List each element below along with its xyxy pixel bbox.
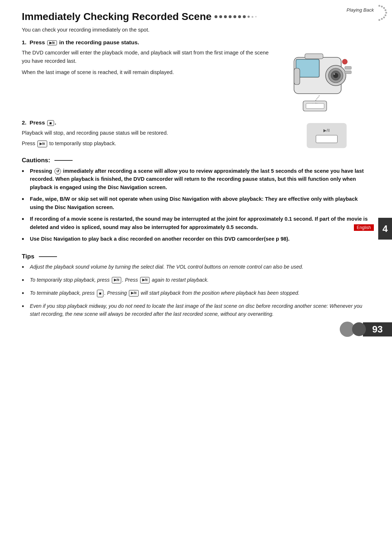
tips-line-decoration [39, 256, 57, 257]
tip-text-3: To terminate playback, press ■. Pressing… [30, 289, 299, 299]
tip-btn-1: ▶/II [112, 277, 122, 283]
cautions-line-decoration [54, 160, 73, 161]
svg-point-14 [334, 73, 335, 75]
step2-text: 2. Press ■. Playback will stop, and reco… [22, 119, 276, 148]
tips-heading: Tips [22, 253, 370, 260]
stop-button-icon: ■ [47, 120, 54, 126]
play-pause-button-icon: ▶/II [47, 40, 57, 45]
title-text: Immediately Checking Recorded Scene [22, 11, 212, 23]
caution-item-1: Pressing ↺ immediately after recording a… [22, 167, 370, 191]
cautions-section: Cautions: Pressing ↺ immediately after r… [22, 157, 370, 244]
tips-list: Adjust the playback sound volume by turn… [22, 263, 370, 318]
page-number: 93 [363, 322, 392, 336]
tips-section: Tips Adjust the playback sound volume by… [22, 253, 370, 318]
svg-point-8 [379, 19, 380, 21]
step2-section: 2. Press ■. Playback will stop, and reco… [22, 119, 370, 148]
step1-image-area: ▶/II [283, 39, 370, 113]
step2-body2: Press ▶/II to temporarily stop playback. [22, 139, 276, 148]
svg-point-6 [383, 17, 385, 19]
page-title: Immediately Checking Recorded Scene [22, 11, 370, 23]
svg-rect-18 [294, 68, 300, 85]
svg-rect-21 [345, 71, 351, 74]
tip-item-2: To temporarily stop playback, press ▶/II… [22, 276, 370, 286]
cautions-list: Pressing ↺ immediately after recording a… [22, 167, 370, 244]
caution-text-2: Fade, wipe, B/W or skip set will not ope… [30, 195, 370, 211]
top-right-header: Playing Back [347, 7, 374, 13]
tip-btn-3: ■ [97, 290, 104, 297]
page-circle-small [352, 322, 366, 336]
page-circles-decoration [334, 322, 363, 337]
tip-btn-4: ▶/II [129, 290, 139, 297]
svg-point-2 [383, 7, 385, 9]
svg-point-1 [381, 6, 383, 8]
step1-section: 1. Press ▶/II in the recording pause sta… [22, 39, 370, 113]
step1-body2: When the last image of scene is reached,… [22, 68, 276, 77]
tip-text-2: To temporarily stop playback, press ▶/II… [30, 276, 208, 286]
caution-item-3: If recording of a movie scene is restart… [22, 215, 370, 231]
svg-point-4 [385, 12, 387, 14]
caution-text-3: If recording of a movie scene is restart… [30, 215, 370, 231]
language-badge: English [354, 224, 374, 231]
play-pause-button-icon2: ▶/II [37, 140, 47, 147]
step1-heading: 1. Press ▶/II in the recording pause sta… [22, 39, 276, 46]
section-tab: 4 [378, 218, 392, 240]
cautions-heading: Cautions: [22, 157, 370, 164]
button-shape [316, 135, 338, 143]
svg-point-3 [385, 9, 387, 11]
title-decoration [215, 15, 257, 18]
step1-text: 1. Press ▶/II in the recording pause sta… [22, 39, 276, 113]
cautions-title: Cautions: [22, 157, 50, 164]
tip-item-3: To terminate playback, press ■. Pressing… [22, 289, 370, 299]
step2-image-area: ▶/II [283, 119, 370, 148]
svg-point-7 [381, 18, 383, 20]
tip-text-4: Even if you stop playback midway, you do… [30, 302, 370, 318]
step2-body1: Playback will stop, and recording pause … [22, 129, 276, 137]
caution-item-4: Use Disc Navigation to play back a disc … [22, 235, 370, 244]
button-diagram: ▶/II [307, 123, 347, 148]
subtitle: You can check your recording immediately… [22, 27, 370, 33]
caution-item-2: Fade, wipe, B/W or skip set will not ope… [22, 195, 370, 211]
camcorder-illustration: ▶/II [283, 39, 363, 112]
step2-heading: 2. Press ■. [22, 119, 276, 126]
svg-point-0 [379, 5, 380, 7]
svg-point-19 [342, 59, 347, 64]
svg-point-5 [385, 15, 387, 16]
tip-btn-2: ▶/II [140, 277, 150, 283]
tips-title: Tips [22, 253, 34, 260]
tip-item-1: Adjust the playback sound volume by turn… [22, 263, 370, 273]
caution-circle-icon-1: ↺ [54, 168, 61, 175]
caution-text-4: Use Disc Navigation to play back a disc … [30, 235, 290, 244]
svg-rect-25 [306, 103, 324, 109]
caution-text-1: Pressing ↺ immediately after recording a… [30, 167, 370, 191]
svg-rect-17 [305, 54, 323, 59]
button-label: ▶/II [314, 128, 339, 133]
tip-item-4: Even if you stop playback midway, you do… [22, 302, 370, 318]
page-number-area: 93 [334, 322, 392, 337]
step1-body1: The DVD camcorder will enter the playbac… [22, 49, 276, 65]
tip-text-1: Adjust the playback sound volume by turn… [30, 263, 303, 273]
svg-rect-20 [345, 66, 351, 69]
